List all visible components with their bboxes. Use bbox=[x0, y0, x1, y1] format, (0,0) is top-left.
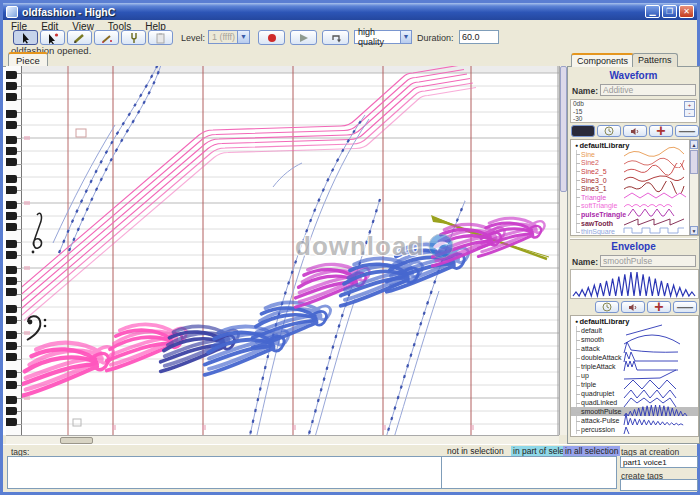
close-button[interactable]: ✕ bbox=[679, 5, 694, 18]
audition-button[interactable] bbox=[623, 125, 647, 137]
select-tool-button[interactable] bbox=[13, 30, 38, 45]
duration-input[interactable] bbox=[459, 30, 499, 44]
selection-filter-box bbox=[441, 456, 617, 489]
black-key[interactable] bbox=[6, 251, 17, 259]
black-key[interactable] bbox=[6, 277, 17, 285]
time-button[interactable] bbox=[595, 301, 619, 313]
black-key[interactable] bbox=[6, 186, 17, 194]
black-key[interactable] bbox=[6, 266, 17, 274]
tab-piece[interactable]: Piece bbox=[8, 52, 48, 66]
black-key[interactable] bbox=[6, 288, 17, 296]
record-button[interactable] bbox=[258, 30, 285, 45]
loop-button[interactable] bbox=[322, 30, 349, 45]
envelope-preview bbox=[570, 269, 699, 299]
black-key[interactable] bbox=[6, 418, 17, 426]
filter-not-in-selection[interactable]: not in selection bbox=[445, 446, 506, 456]
canvas-vertical-scrollbar[interactable] bbox=[559, 66, 567, 435]
play-icon bbox=[299, 33, 309, 43]
duration-label: Duration: bbox=[417, 33, 454, 43]
item-label: attack bbox=[581, 345, 600, 352]
tab-patterns[interactable]: Patterns bbox=[632, 53, 678, 67]
remove-button[interactable]: — bbox=[673, 301, 697, 313]
tags-textarea[interactable] bbox=[7, 456, 484, 489]
black-key[interactable] bbox=[6, 331, 17, 339]
black-key[interactable] bbox=[6, 110, 17, 118]
selection-handle[interactable] bbox=[76, 129, 86, 137]
envelope-library-list[interactable]: defaultLibrary defaultsmoothattackdouble… bbox=[570, 315, 699, 437]
watermark-logo-icon bbox=[428, 233, 455, 260]
play-button[interactable] bbox=[290, 30, 317, 45]
item-label: default bbox=[581, 327, 602, 334]
gain-spinner[interactable]: + - bbox=[684, 101, 695, 117]
list-scrollbar[interactable]: ▲ ▼ bbox=[689, 140, 698, 235]
black-key[interactable] bbox=[6, 396, 17, 404]
item-label: Sine3_1 bbox=[581, 185, 607, 192]
spin-down-icon[interactable]: - bbox=[685, 110, 694, 118]
black-key[interactable] bbox=[6, 121, 17, 129]
pencil-icon bbox=[73, 32, 86, 44]
clock-icon bbox=[602, 302, 612, 312]
spin-up-icon[interactable]: + bbox=[685, 102, 694, 110]
selection-handle[interactable] bbox=[73, 419, 81, 426]
black-key[interactable] bbox=[6, 201, 17, 209]
black-key[interactable] bbox=[6, 305, 17, 313]
brush-tool-button[interactable] bbox=[94, 30, 119, 45]
minus-icon: — bbox=[679, 122, 695, 140]
quality-select[interactable]: high quality▼ bbox=[354, 30, 412, 44]
app-icon bbox=[6, 6, 18, 18]
scrollbar-thumb[interactable] bbox=[60, 437, 93, 444]
remove-button[interactable]: — bbox=[675, 125, 699, 137]
scrollbar-thumb[interactable] bbox=[560, 66, 567, 192]
black-key[interactable] bbox=[6, 71, 17, 79]
item-label: percussion bbox=[581, 426, 615, 433]
black-key[interactable] bbox=[6, 147, 17, 155]
section-divider bbox=[570, 238, 697, 240]
tuning-fork-tool-button[interactable] bbox=[121, 30, 146, 45]
minimize-button[interactable]: ▁ bbox=[645, 5, 660, 18]
tags-at-creation-input[interactable] bbox=[620, 456, 698, 468]
black-key[interactable] bbox=[6, 342, 17, 350]
tab-components[interactable]: Components bbox=[571, 53, 634, 67]
color-swatch-button[interactable] bbox=[571, 125, 595, 137]
item-label: smoothPulse bbox=[581, 408, 621, 415]
black-key[interactable] bbox=[6, 316, 17, 324]
item-label: softTriangle bbox=[581, 202, 617, 209]
black-key[interactable] bbox=[6, 212, 17, 220]
filter-in-all-selection[interactable]: in all selection bbox=[563, 446, 620, 456]
black-key[interactable] bbox=[6, 158, 17, 166]
create-tags-input[interactable] bbox=[620, 479, 698, 491]
scroll-up-icon[interactable]: ▲ bbox=[690, 140, 698, 149]
treble-clef-icon bbox=[32, 213, 42, 253]
canvas-horizontal-scrollbar[interactable] bbox=[6, 435, 559, 444]
black-key[interactable] bbox=[6, 175, 17, 183]
black-key[interactable] bbox=[6, 82, 17, 90]
black-key[interactable] bbox=[6, 93, 17, 101]
score-drawing[interactable] bbox=[22, 66, 559, 435]
point-select-tool-button[interactable] bbox=[40, 30, 65, 45]
envelope-item[interactable]: percussion bbox=[571, 425, 698, 434]
black-key[interactable] bbox=[6, 381, 17, 389]
black-key[interactable] bbox=[6, 353, 17, 361]
audition-button[interactable] bbox=[621, 301, 645, 313]
add-button[interactable]: + bbox=[647, 301, 671, 313]
clock-icon bbox=[604, 126, 614, 136]
waveform-library-list[interactable]: defaultLibrary SineSine2Sine2_5Sine3_0Si… bbox=[570, 139, 699, 236]
clipboard-tool-button[interactable] bbox=[148, 30, 173, 45]
item-label: Sine2_5 bbox=[581, 168, 607, 175]
maximize-button[interactable]: ❐ bbox=[662, 5, 677, 18]
black-key[interactable] bbox=[6, 407, 17, 415]
scroll-down-icon[interactable]: ▼ bbox=[690, 226, 698, 235]
black-key[interactable] bbox=[6, 223, 17, 231]
speaker-icon bbox=[628, 303, 638, 312]
black-key[interactable] bbox=[6, 240, 17, 248]
scrollbar-thumb[interactable] bbox=[690, 150, 698, 174]
black-key[interactable] bbox=[6, 370, 17, 378]
title-bar[interactable]: oldfashion - HighC ▁ ❐ ✕ bbox=[3, 3, 697, 20]
time-button[interactable] bbox=[597, 125, 621, 137]
clipboard-icon bbox=[155, 32, 166, 44]
chevron-down-icon: ▼ bbox=[237, 31, 249, 43]
item-label: doubleAttack bbox=[581, 354, 621, 361]
add-button[interactable]: + bbox=[649, 125, 673, 137]
pencil-tool-button[interactable] bbox=[67, 30, 92, 45]
black-key[interactable] bbox=[6, 136, 17, 144]
